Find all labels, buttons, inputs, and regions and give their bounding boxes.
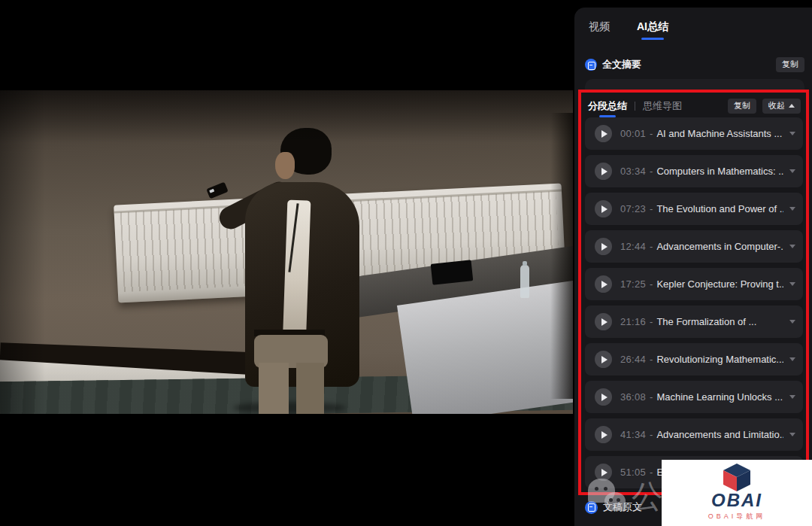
- segment-title: Advancements and Limitatio...: [656, 429, 783, 440]
- play-icon[interactable]: [595, 238, 612, 255]
- segment-separator: -: [650, 316, 653, 327]
- segment-title: Computers in Mathematics: ...: [656, 166, 783, 177]
- segment-time: 36:08: [620, 391, 646, 403]
- transcript-icon: [585, 501, 598, 514]
- segment-list: 00:01 - AI and Machine Assistants ... 03…: [585, 117, 803, 488]
- segment-summary-section: 分段总结 思维导图 复制 收起 00:01 - AI and Machine A…: [578, 90, 809, 495]
- chevron-down-icon[interactable]: [789, 245, 795, 248]
- transcript-row[interactable]: 文稿原文: [585, 500, 642, 514]
- segment-separator: -: [650, 241, 653, 252]
- segment-title: Revolutionizing Mathematic...: [656, 354, 783, 365]
- segment-time: 03:34: [620, 166, 646, 177]
- play-icon[interactable]: [595, 275, 612, 293]
- lecturer-leg-left: [259, 363, 289, 414]
- play-icon[interactable]: [595, 351, 612, 368]
- segment-separator: -: [650, 203, 653, 214]
- full-summary-row: 全文摘要 复制: [585, 57, 804, 72]
- water-bottle: [520, 265, 529, 298]
- segment-title: Advancements in Computer-...: [656, 241, 783, 252]
- video-player[interactable]: [0, 90, 573, 414]
- panel-tabs: 视频 AI总结: [589, 20, 668, 34]
- segment-separator: -: [650, 166, 653, 177]
- lecturer-leg-right: [296, 363, 324, 414]
- play-icon[interactable]: [595, 426, 612, 443]
- document-icon: [585, 59, 597, 71]
- segment-title: Machine Learning Unlocks ...: [656, 391, 783, 403]
- segment-separator: -: [650, 391, 653, 403]
- app-window: 视频 AI总结 全文摘要 复制 文稿原文 分段总结 思维导图 复制 收起: [0, 0, 812, 526]
- tab-divider: [635, 102, 635, 111]
- obai-logo-text: OBAI: [711, 491, 762, 509]
- chevron-down-icon[interactable]: [789, 357, 795, 361]
- copy-segments-button[interactable]: 复制: [728, 99, 756, 113]
- chevron-down-icon[interactable]: [789, 282, 795, 286]
- segment-time: 07:23: [620, 203, 646, 214]
- segment-time: 17:25: [620, 278, 646, 290]
- segment-item[interactable]: 41:34 - Advancements and Limitatio...: [585, 418, 803, 451]
- lecturer-face: [275, 152, 295, 179]
- tab-mind-map[interactable]: 思维导图: [643, 99, 682, 113]
- segment-item[interactable]: 03:34 - Computers in Mathematics: ...: [585, 155, 803, 187]
- segment-time: 41:34: [620, 429, 646, 440]
- segment-time: 26:44: [620, 354, 646, 365]
- collapse-button[interactable]: 收起: [762, 99, 801, 113]
- chevron-down-icon[interactable]: [789, 395, 795, 399]
- copy-summary-button[interactable]: 复制: [776, 57, 804, 71]
- segment-item[interactable]: 00:01 - AI and Machine Assistants ...: [585, 117, 803, 150]
- segment-time: 21:16: [620, 316, 646, 327]
- obai-logo-box: OBAI OBAI导航网: [662, 460, 812, 526]
- segment-title: The Evolution and Power of ...: [656, 203, 783, 214]
- segment-title: AI and Machine Assistants ...: [656, 128, 783, 139]
- tab-video[interactable]: 视频: [589, 20, 610, 34]
- chevron-down-icon[interactable]: [789, 169, 795, 173]
- segment-separator: -: [650, 467, 653, 478]
- segment-item[interactable]: 12:44 - Advancements in Computer-...: [585, 230, 803, 263]
- play-icon[interactable]: [595, 163, 612, 180]
- play-icon[interactable]: [595, 200, 612, 217]
- segment-time: 00:01: [620, 128, 646, 139]
- collapse-label: 收起: [768, 101, 785, 110]
- segment-time: 12:44: [620, 241, 646, 252]
- segment-item[interactable]: 26:44 - Revolutionizing Mathematic...: [585, 343, 803, 375]
- segment-item[interactable]: 36:08 - Machine Learning Unlocks ...: [585, 381, 803, 413]
- full-summary-title: 全文摘要: [602, 58, 641, 71]
- video-vignette: [0, 90, 45, 414]
- segment-separator: -: [650, 128, 653, 139]
- transcript-label: 文稿原文: [603, 500, 642, 514]
- chevron-down-icon[interactable]: [789, 320, 795, 324]
- segment-title: Kepler Conjecture: Proving t...: [656, 278, 783, 290]
- segment-time: 51:05: [620, 467, 646, 478]
- video-vignette: [550, 113, 573, 399]
- laptop: [431, 260, 474, 284]
- cube-logo-icon: [720, 463, 753, 493]
- video-vignette: [0, 90, 573, 143]
- segment-separator: -: [650, 278, 653, 290]
- chevron-down-icon[interactable]: [789, 132, 795, 135]
- segment-item[interactable]: 07:23 - The Evolution and Power of ...: [585, 193, 803, 225]
- obai-logo-subtitle: OBAI导航网: [708, 512, 766, 521]
- chevron-down-icon[interactable]: [789, 433, 795, 436]
- segment-item[interactable]: 17:25 - Kepler Conjecture: Proving t...: [585, 268, 803, 300]
- play-icon[interactable]: [595, 313, 612, 330]
- segment-item[interactable]: 21:16 - The Formalization of ...: [585, 306, 803, 338]
- play-icon[interactable]: [595, 464, 612, 481]
- tab-segment-summary[interactable]: 分段总结: [588, 99, 627, 113]
- caret-up-icon: [789, 104, 795, 108]
- tab-ai-summary[interactable]: AI总结: [637, 20, 668, 34]
- play-icon[interactable]: [595, 125, 612, 142]
- segment-actions: 复制 收起: [728, 99, 801, 113]
- segment-separator: -: [650, 429, 653, 440]
- segment-header: 分段总结 思维导图 复制 收起: [588, 96, 801, 116]
- chevron-down-icon[interactable]: [789, 207, 795, 211]
- segment-title: The Formalization of ...: [656, 316, 783, 327]
- segment-separator: -: [650, 354, 653, 365]
- lecturer-shadow: [233, 402, 346, 414]
- play-icon[interactable]: [595, 388, 612, 406]
